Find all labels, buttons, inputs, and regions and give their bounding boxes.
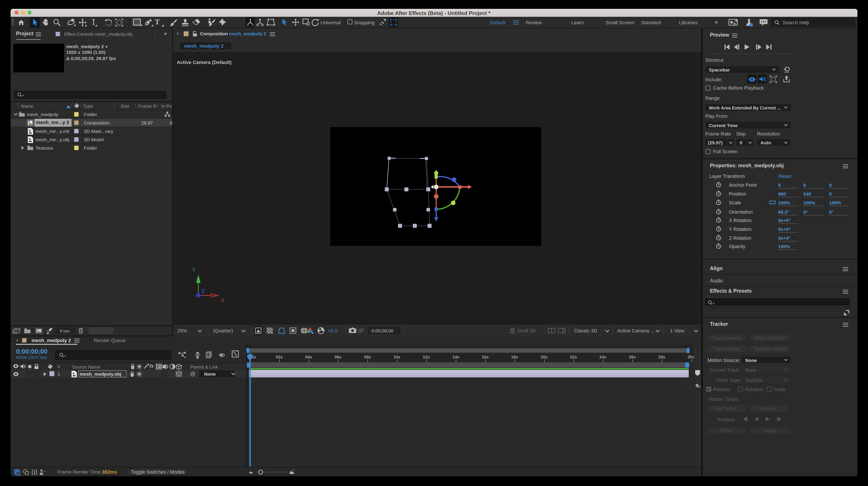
svg-text:Z: Z <box>202 288 205 294</box>
svg-text:X: X <box>221 297 225 303</box>
svg-text:Y: Y <box>192 267 195 273</box>
